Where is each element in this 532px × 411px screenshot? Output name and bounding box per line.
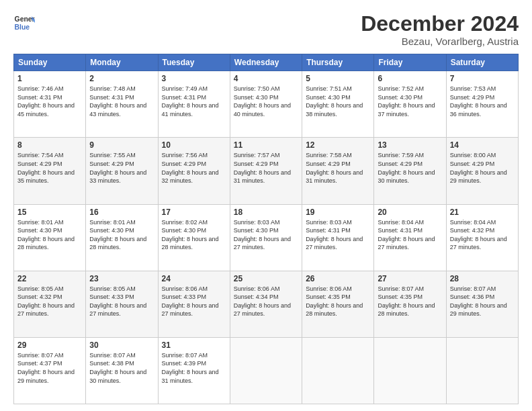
col-tuesday: Tuesday [158, 54, 230, 71]
day-26: 26 Sunrise: 8:06 AMSunset: 4:35 PMDaylig… [302, 271, 374, 337]
day-27: 27 Sunrise: 8:07 AMSunset: 4:35 PMDaylig… [374, 271, 446, 337]
day-29: 29 Sunrise: 8:07 AMSunset: 4:37 PMDaylig… [14, 337, 86, 404]
day-13: 13 Sunrise: 7:59 AMSunset: 4:29 PMDaylig… [374, 138, 446, 204]
calendar: Sunday Monday Tuesday Wednesday Thursday… [13, 54, 519, 404]
day-15: 15 Sunrise: 8:01 AMSunset: 4:30 PMDaylig… [14, 204, 86, 271]
day-24: 24 Sunrise: 8:06 AMSunset: 4:33 PMDaylig… [158, 271, 230, 337]
day-22: 22 Sunrise: 8:05 AMSunset: 4:32 PMDaylig… [14, 271, 86, 337]
svg-text:Blue: Blue [15, 24, 30, 31]
day-21: 21 Sunrise: 8:04 AMSunset: 4:32 PMDaylig… [446, 204, 518, 271]
day-9: 9 Sunrise: 7:55 AMSunset: 4:29 PMDayligh… [86, 138, 158, 204]
day-28: 28 Sunrise: 8:07 AMSunset: 4:36 PMDaylig… [446, 271, 518, 337]
page: General Blue December 2024 Bezau, Vorarl… [0, 0, 532, 411]
col-sunday: Sunday [14, 54, 86, 71]
week-row-4: 22 Sunrise: 8:05 AMSunset: 4:32 PMDaylig… [14, 271, 519, 337]
day-8: 8 Sunrise: 7:54 AMSunset: 4:29 PMDayligh… [14, 138, 86, 204]
week-row-5: 29 Sunrise: 8:07 AMSunset: 4:37 PMDaylig… [14, 337, 519, 404]
col-monday: Monday [86, 54, 158, 71]
day-11: 11 Sunrise: 7:57 AMSunset: 4:29 PMDaylig… [230, 138, 302, 204]
day-5: 5 Sunrise: 7:51 AMSunset: 4:30 PMDayligh… [302, 71, 374, 138]
day-7: 7 Sunrise: 7:53 AMSunset: 4:29 PMDayligh… [446, 71, 518, 138]
day-14: 14 Sunrise: 8:00 AMSunset: 4:29 PMDaylig… [446, 138, 518, 204]
col-saturday: Saturday [446, 54, 518, 71]
col-wednesday: Wednesday [230, 54, 302, 71]
day-2: 2 Sunrise: 7:48 AMSunset: 4:31 PMDayligh… [86, 71, 158, 138]
day-23: 23 Sunrise: 8:05 AMSunset: 4:33 PMDaylig… [86, 271, 158, 337]
header: General Blue December 2024 Bezau, Vorarl… [13, 12, 519, 47]
day-10: 10 Sunrise: 7:56 AMSunset: 4:29 PMDaylig… [158, 138, 230, 204]
day-6: 6 Sunrise: 7:52 AMSunset: 4:30 PMDayligh… [374, 71, 446, 138]
day-18: 18 Sunrise: 8:03 AMSunset: 4:30 PMDaylig… [230, 204, 302, 271]
day-4: 4 Sunrise: 7:50 AMSunset: 4:30 PMDayligh… [230, 71, 302, 138]
day-3: 3 Sunrise: 7:49 AMSunset: 4:31 PMDayligh… [158, 71, 230, 138]
logo-icon: General Blue [13, 12, 35, 34]
main-title: December 2024 [361, 12, 519, 36]
week-row-2: 8 Sunrise: 7:54 AMSunset: 4:29 PMDayligh… [14, 138, 519, 204]
day-30: 30 Sunrise: 8:07 AMSunset: 4:38 PMDaylig… [86, 337, 158, 404]
day-1: 1 Sunrise: 7:46 AMSunset: 4:31 PMDayligh… [14, 71, 86, 138]
col-friday: Friday [374, 54, 446, 71]
day-20: 20 Sunrise: 8:04 AMSunset: 4:31 PMDaylig… [374, 204, 446, 271]
week-row-1: 1 Sunrise: 7:46 AMSunset: 4:31 PMDayligh… [14, 71, 519, 138]
empty-cell-3 [374, 337, 446, 404]
subtitle: Bezau, Vorarlberg, Austria [361, 36, 519, 47]
day-17: 17 Sunrise: 8:02 AMSunset: 4:30 PMDaylig… [158, 204, 230, 271]
day-31: 31 Sunrise: 8:07 AMSunset: 4:39 PMDaylig… [158, 337, 230, 404]
title-block: December 2024 Bezau, Vorarlberg, Austria [361, 12, 519, 47]
week-row-3: 15 Sunrise: 8:01 AMSunset: 4:30 PMDaylig… [14, 204, 519, 271]
empty-cell-4 [446, 337, 518, 404]
empty-cell-1 [230, 337, 302, 404]
col-thursday: Thursday [302, 54, 374, 71]
day-19: 19 Sunrise: 8:03 AMSunset: 4:31 PMDaylig… [302, 204, 374, 271]
day-12: 12 Sunrise: 7:58 AMSunset: 4:29 PMDaylig… [302, 138, 374, 204]
day-16: 16 Sunrise: 8:01 AMSunset: 4:30 PMDaylig… [86, 204, 158, 271]
empty-cell-2 [302, 337, 374, 404]
calendar-header-row: Sunday Monday Tuesday Wednesday Thursday… [14, 54, 519, 71]
day-25: 25 Sunrise: 8:06 AMSunset: 4:34 PMDaylig… [230, 271, 302, 337]
logo: General Blue [13, 12, 35, 34]
